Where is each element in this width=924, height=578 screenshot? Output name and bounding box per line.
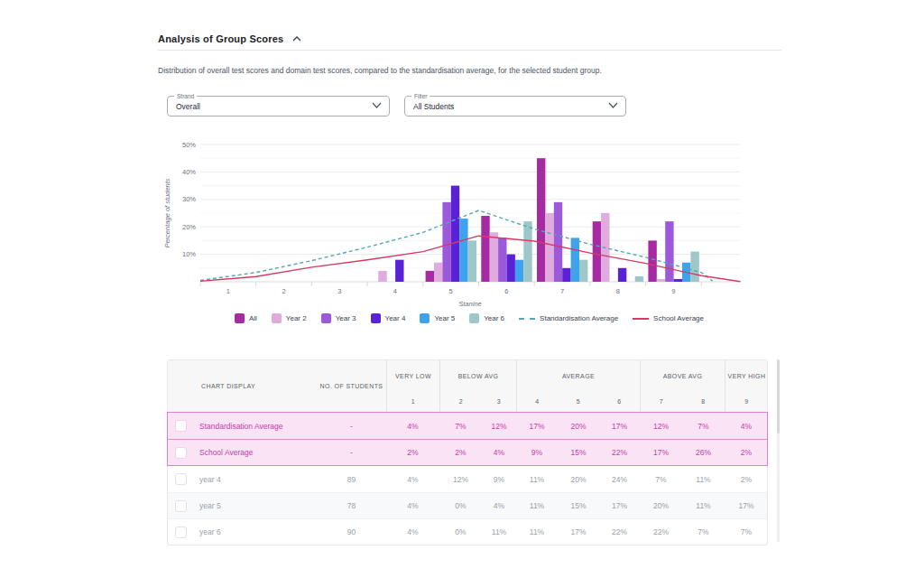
page-title: Analysis of Group Scores: [158, 33, 283, 44]
svg-text:6: 6: [504, 287, 508, 295]
cell-stanine-6: 22%: [599, 448, 640, 457]
row-label: Standardisation Average: [199, 422, 282, 431]
table-scrollbar[interactable]: [777, 359, 780, 542]
cell-stanine-8: 26%: [682, 448, 725, 457]
legend-item-year-2[interactable]: Year 2: [272, 313, 307, 323]
row-checkbox[interactable]: [175, 473, 187, 485]
legend-item-year-6[interactable]: Year 6: [469, 313, 504, 323]
cell-stanine-9: 2%: [725, 475, 768, 484]
cell-stanine-9: 2%: [725, 448, 768, 457]
row-checkbox[interactable]: [175, 420, 187, 432]
cell-stanine-5: 20%: [558, 422, 599, 431]
svg-text:4: 4: [393, 287, 397, 295]
legend-item-all[interactable]: All: [235, 313, 257, 323]
svg-text:10%: 10%: [182, 250, 196, 258]
svg-text:3: 3: [337, 287, 341, 295]
col-header-stanine-2: 2: [439, 391, 482, 412]
cell-stanine-6: 24%: [599, 475, 640, 484]
col-header-chart-display: CHART DISPLAY: [168, 360, 317, 412]
svg-text:2: 2: [282, 287, 285, 295]
table-row-standardisation-average[interactable]: Standardisation Average - 4% 7% 12% 17% …: [168, 413, 767, 439]
cell-stanine-5: 15%: [558, 501, 599, 510]
col-header-students: NO. OF STUDENTS: [317, 360, 386, 412]
svg-text:9: 9: [671, 287, 675, 295]
cell-stanine-8: 7%: [682, 422, 725, 431]
cell-stanine-1: 2%: [386, 448, 439, 457]
chevron-up-icon: [292, 36, 301, 42]
cell-stanine-6: 17%: [599, 422, 640, 431]
cell-stanine-2: 0%: [439, 527, 482, 536]
cell-stanine-9: 4%: [725, 422, 768, 431]
strand-dropdown-label: Strand: [174, 93, 197, 99]
table-row-year-4[interactable]: year 4 89 4% 12% 9% 11% 20% 24% 7% 11% 2…: [168, 466, 767, 492]
chart-canvas: 12345678910%20%30%40%50%Percentage of st…: [158, 138, 781, 319]
legend-item-year-3[interactable]: Year 3: [321, 313, 356, 323]
cell-stanine-1: 4%: [386, 501, 439, 510]
legend-item-year-5[interactable]: Year 5: [420, 313, 455, 323]
strand-dropdown[interactable]: Strand Overall: [167, 96, 390, 117]
col-group-very-high: VERY HIGH: [725, 360, 768, 391]
cell-stanine-6: 17%: [599, 501, 640, 510]
legend-label: Year 2: [286, 314, 307, 322]
cell-stanine-2: 7%: [439, 422, 482, 431]
cell-stanine-2: 12%: [439, 475, 482, 484]
legend-label: Year 5: [434, 314, 455, 322]
table-row-year-6[interactable]: year 6 90 4% 0% 11% 11% 17% 22% 22% 7% 7…: [168, 518, 767, 545]
svg-text:Percentage of students: Percentage of students: [163, 178, 171, 247]
section-description: Distribution of overall test scores and …: [158, 66, 699, 75]
legend-swatch-icon: [371, 313, 381, 323]
svg-text:7: 7: [560, 287, 564, 295]
cell-stanine-4: 9%: [516, 448, 558, 457]
row-label: School Average: [199, 448, 253, 457]
cell-stanine-3: 12%: [482, 422, 516, 431]
cell-stanine-7: 22%: [640, 527, 682, 536]
legend-item-school-average[interactable]: School Average: [633, 314, 704, 322]
cell-stanine-8: 11%: [682, 475, 725, 484]
col-group-below-avg: BELOW AVG: [439, 360, 516, 391]
cell-stanine-4: 11%: [516, 501, 558, 510]
cell-stanine-2: 0%: [439, 501, 482, 510]
col-header-stanine-8: 8: [682, 391, 725, 412]
students-count: -: [317, 448, 386, 457]
row-label: year 4: [199, 475, 221, 484]
svg-text:8: 8: [616, 287, 620, 295]
cell-stanine-9: 17%: [725, 501, 768, 510]
table-row-school-average[interactable]: School Average - 2% 2% 4% 9% 15% 22% 17%…: [168, 439, 767, 465]
cell-stanine-3: 9%: [482, 475, 516, 484]
legend-label: School Average: [653, 314, 704, 322]
table-row-year-5[interactable]: year 5 78 4% 0% 4% 11% 15% 17% 20% 11% 1…: [168, 492, 767, 518]
row-checkbox[interactable]: [175, 527, 187, 538]
cell-stanine-4: 11%: [516, 475, 558, 484]
legend-item-standardisation-average[interactable]: Standardisation Average: [519, 314, 618, 322]
legend-line-icon: [519, 318, 535, 320]
strand-dropdown-value: Overall: [176, 102, 200, 111]
svg-text:1: 1: [226, 287, 230, 295]
legend-swatch-icon: [469, 313, 479, 323]
header-divider: [158, 50, 781, 51]
cell-stanine-7: 17%: [640, 448, 682, 457]
collapse-section-button[interactable]: [291, 33, 303, 45]
chevron-down-icon: [372, 102, 382, 108]
cell-stanine-7: 12%: [640, 422, 682, 431]
row-checkbox[interactable]: [175, 447, 187, 459]
svg-text:Stanine: Stanine: [458, 300, 481, 308]
col-header-stanine-6: 6: [599, 391, 640, 412]
legend-item-year-4[interactable]: Year 4: [371, 313, 406, 323]
group-scores-chart: 12345678910%20%30%40%50%Percentage of st…: [158, 138, 781, 319]
scores-table: CHART DISPLAY NO. OF STUDENTS VERY LOW B…: [167, 359, 768, 545]
svg-text:5: 5: [449, 287, 453, 295]
students-count: 90: [317, 527, 386, 536]
cell-stanine-2: 2%: [439, 448, 482, 457]
students-count: 78: [317, 501, 386, 510]
cell-stanine-5: 17%: [558, 527, 599, 536]
filter-dropdown[interactable]: Filter All Students: [404, 96, 626, 117]
col-header-stanine-3: 3: [482, 391, 516, 412]
col-header-stanine-1: 1: [386, 391, 439, 412]
filter-dropdown-value: All Students: [413, 102, 454, 111]
cell-stanine-8: 7%: [682, 527, 725, 536]
scrollbar-thumb[interactable]: [777, 359, 780, 434]
cell-stanine-3: 4%: [482, 448, 516, 457]
legend-line-icon: [633, 318, 649, 320]
col-group-above-avg: ABOVE AVG: [640, 360, 725, 391]
row-checkbox[interactable]: [175, 500, 187, 512]
